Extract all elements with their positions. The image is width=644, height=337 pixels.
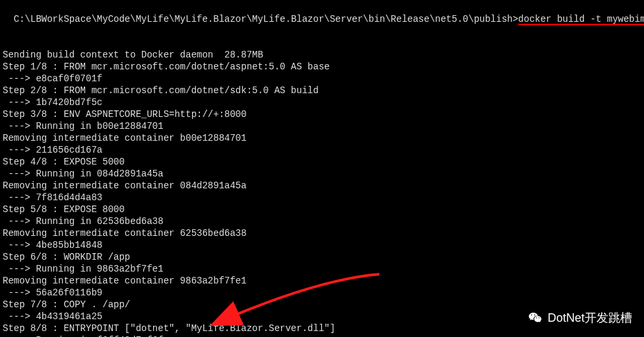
docker-command: docker build -t mywebimages .: [518, 14, 644, 24]
output-line: Step 7/8 : COPY . /app/: [3, 299, 641, 311]
terminal-output[interactable]: C:\LBWorkSpace\MyCode\MyLife\MyLife.Blaz…: [0, 0, 644, 337]
output-line: ---> Running in b00e12884701: [3, 120, 641, 132]
output-line: ---> 211656cd167a: [3, 144, 641, 156]
output-line: ---> e8caf0f0701f: [3, 73, 641, 85]
output-line: Step 3/8 : ENV ASPNETCORE_URLS=http://+:…: [3, 108, 641, 120]
output-line: ---> 7f816d4d4a83: [3, 192, 641, 204]
output-line: [3, 37, 641, 49]
output-line: Sending build context to Docker daemon 2…: [3, 49, 641, 61]
output-line: Step 6/8 : WORKDIR /app: [3, 251, 641, 263]
watermark-text: DotNet开发跳槽: [548, 312, 632, 324]
output-line: ---> Running in 084d2891a45a: [3, 168, 641, 180]
output-line: ---> 56a26f0116b9: [3, 287, 641, 299]
output-line: ---> 1b7420bd7f5c: [3, 96, 641, 108]
output-line: Step 5/8 : EXPOSE 8000: [3, 204, 641, 215]
output-line: ---> Running in 9863a2bf7fe1: [3, 263, 641, 275]
output-line: Removing intermediate container 9863a2bf…: [3, 275, 641, 287]
output-line: Removing intermediate container 084d2891…: [3, 180, 641, 192]
output-line: Removing intermediate container b00e1288…: [3, 132, 641, 144]
output-line: Removing intermediate container 62536bed…: [3, 227, 641, 239]
output-lines: Sending build context to Docker daemon 2…: [3, 37, 641, 337]
output-line: Step 4/8 : EXPOSE 5000: [3, 156, 641, 168]
prompt-line: C:\LBWorkSpace\MyCode\MyLife\MyLife.Blaz…: [14, 13, 644, 25]
output-line: Step 2/8 : FROM mcr.microsoft.com/dotnet…: [3, 85, 641, 96]
output-line: ---> Running in 62536bed6a38: [3, 215, 641, 227]
output-line: Step 1/8 : FROM mcr.microsoft.com/dotnet…: [3, 61, 641, 73]
wechat-icon: [528, 311, 542, 325]
prompt-path: C:\LBWorkSpace\MyCode\MyLife\MyLife.Blaz…: [14, 14, 519, 24]
output-line: ---> Running in f3ff48d7af6f: [3, 334, 641, 337]
output-line: ---> 4be85bb14848: [3, 239, 641, 251]
watermark: DotNet开发跳槽: [528, 311, 632, 325]
